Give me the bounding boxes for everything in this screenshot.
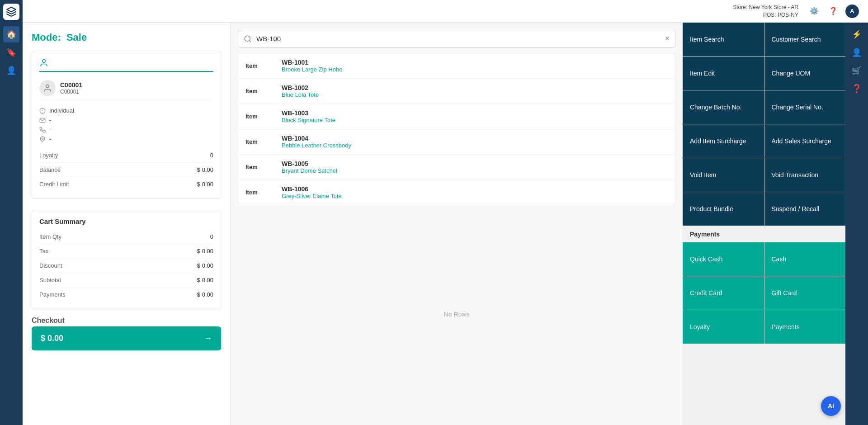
search-results: Item WB-1001 Brooke Large Zip Hobo Item … [238,53,675,205]
customer-email-row: - [39,115,213,125]
store-line2: POS: POS-NY [733,11,798,19]
balance-row: Balance $ 0.00 [39,163,213,177]
payment-btn-loyalty[interactable]: Loyalty [683,310,764,344]
sidebar-user-icon[interactable]: 👤 [849,44,865,61]
svg-rect-3 [40,118,45,122]
result-type: Item [245,62,282,69]
payment-btn-credit-card[interactable]: Credit Card [683,276,764,310]
search-result-item[interactable]: Item WB-1001 Brooke Large Zip Hobo [238,53,675,79]
nav-home[interactable]: 🏠 [3,26,19,42]
result-code: WB-1001 [282,59,342,66]
cart-row-label: Discount [39,262,62,269]
function-btn-change-uom[interactable]: Change UOM [764,57,846,90]
result-type: Item [245,164,282,170]
user-avatar[interactable]: A [845,5,859,18]
customer-avatar-row: C00001 C00001 [39,76,213,101]
checkout-arrow: → [204,334,212,343]
search-bar: × [238,30,675,47]
nav-bookmark[interactable]: 🔖 [3,44,19,61]
search-result-item[interactable]: Item WB-1005 Bryant Dome Satchel [238,155,675,180]
right-sidebar: ⚡ 👤 🛒 ❓ [845,23,868,425]
result-code: WB-1002 [282,84,319,91]
cart-row-label: Payments [39,291,66,298]
function-btn-add-sales-surcharge[interactable]: Add Sales Surcharge [764,124,846,158]
cart-row: Item Qty0 [39,230,213,244]
customer-email: - [49,117,51,123]
customer-id: C00001 [60,89,82,95]
cart-row-value: $ 0.00 [197,277,213,283]
store-info: Store: New York Store - AR POS: POS-NY [733,4,798,19]
sidebar-help-icon[interactable]: ❓ [849,80,865,97]
nav-user[interactable]: 👤 [3,62,19,79]
search-input[interactable] [256,35,660,42]
phone-icon [39,127,46,133]
customer-phone: - [49,126,51,133]
function-btn-product-bundle[interactable]: Product Bundle [683,192,764,226]
result-name: Bryant Dome Satchel [282,167,337,174]
function-btn-void-transaction[interactable]: Void Transaction [764,158,846,192]
credit-limit-label: Credit Limit [39,181,69,188]
function-btn-add-item-surcharge[interactable]: Add Item Surcharge [683,124,764,158]
cart-row-value: $ 0.00 [197,262,213,269]
customer-type: Individual [49,107,74,114]
settings-icon[interactable]: ⚙️ [807,5,821,18]
customer-name: C00001 [60,81,82,89]
loyalty-row: Loyalty 0 [39,148,213,163]
cart-summary: Cart Summary Item Qty0Tax$ 0.00Discount$… [32,210,221,309]
cart-row-value: $ 0.00 [197,291,213,298]
result-items: Item WB-1001 Brooke Large Zip Hobo Item … [238,53,675,205]
result-code: WB-1006 [282,185,342,193]
app-logo[interactable] [3,4,19,20]
payment-btn-quick-cash[interactable]: Quick Cash [683,242,764,276]
top-bar: Store: New York Store - AR POS: POS-NY ⚙… [23,0,868,23]
result-type: Item [245,88,282,94]
search-result-item[interactable]: Item WB-1006 Grey-Silver Elaine Tote [238,180,675,205]
mode-value: Sale [66,32,87,43]
function-btn-item-edit[interactable]: Item Edit [683,57,764,90]
checkout-button[interactable]: $ 0.00 → [32,326,221,350]
search-clear-button[interactable]: × [665,34,670,43]
result-details: WB-1003 Block Signature Tote [282,109,335,123]
function-btn-customer-search[interactable]: Customer Search [764,23,846,56]
mode-title: Mode: Sale [32,32,221,43]
search-result-item[interactable]: Item WB-1003 Block Signature Tote [238,104,675,129]
email-icon [39,117,46,123]
cart-row: Discount$ 0.00 [39,259,213,273]
function-btn-change-batch-no[interactable]: Change Batch No. [683,90,764,124]
result-type: Item [245,189,282,196]
function-btn-item-search[interactable]: Item Search [683,23,764,56]
svg-point-1 [46,85,49,88]
help-icon[interactable]: ❓ [826,5,840,18]
sidebar-lightning-icon[interactable]: ⚡ [849,26,865,42]
mode-label: Mode: [32,32,61,43]
function-btn-change-serial-no[interactable]: Change Serial No. [764,90,846,124]
function-btn-void-item[interactable]: Void Item [683,158,764,192]
body-row: Mode: Sale [23,23,868,425]
cart-row: Subtotal$ 0.00 [39,273,213,288]
customer-card: C00001 C00001 Individual [32,51,221,199]
svg-point-5 [245,36,250,41]
payment-btn-gift-card[interactable]: Gift Card [764,276,846,310]
customer-person-icon [39,58,48,67]
checkout-section: Checkout $ 0.00 → [32,316,221,350]
customer-address: - [49,136,51,142]
payments-section-label: Payments [683,226,845,242]
cart-row-value: $ 0.00 [197,248,213,255]
search-result-item[interactable]: Item WB-1004 Pebble Leather Crossbody [238,129,675,155]
customer-avatar [39,80,56,96]
function-btn-suspend-recall[interactable]: Suspend / Recall [764,192,846,226]
payment-btn-cash[interactable]: Cash [764,242,846,276]
sidebar-cart-icon[interactable]: 🛒 [849,62,865,79]
result-details: WB-1001 Brooke Large Zip Hobo [282,59,342,73]
left-navigation: 🏠 🔖 👤 [0,0,23,425]
payment-grid: Quick CashCashCredit CardGift CardLoyalt… [683,242,845,344]
search-result-item[interactable]: Item WB-1002 Blue Lola Tote [238,79,675,104]
ai-fab-button[interactable]: AI [821,396,841,416]
center-panel: × Item WB-1001 Brooke Large Zip Hobo Ite… [231,23,683,425]
result-details: WB-1005 Bryant Dome Satchel [282,160,337,174]
cart-row: Tax$ 0.00 [39,244,213,259]
address-icon [39,136,46,142]
cart-row: Payments$ 0.00 [39,288,213,302]
svg-point-4 [42,138,43,140]
payment-btn-payments[interactable]: Payments [764,310,846,344]
